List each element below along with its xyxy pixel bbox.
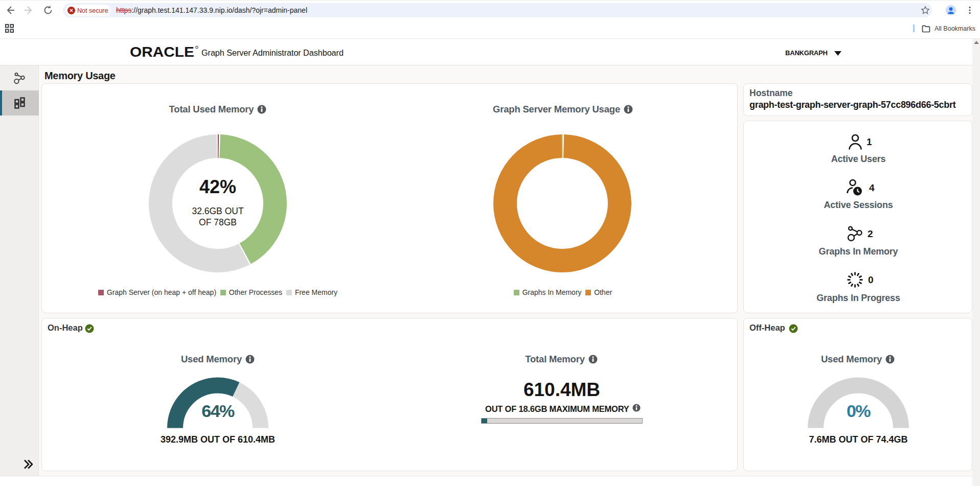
svg-text:ORACLE: ORACLE bbox=[130, 44, 194, 59]
